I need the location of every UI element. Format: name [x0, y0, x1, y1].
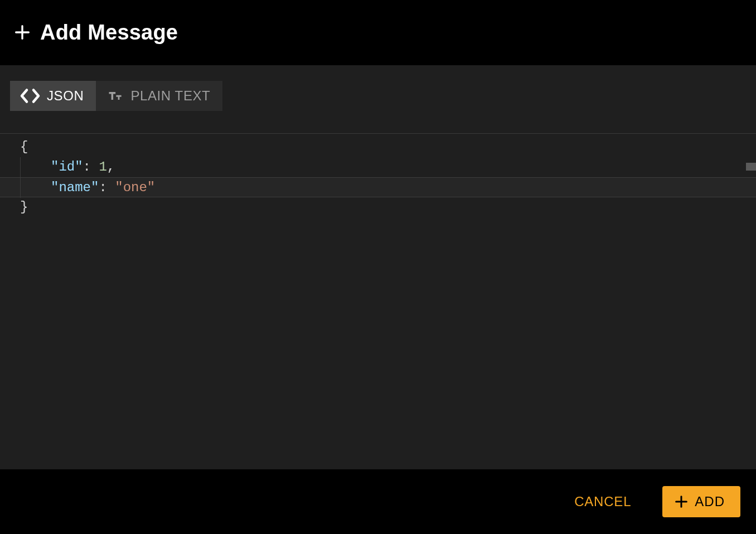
text-fields-icon — [106, 88, 124, 104]
json-val-name: "one" — [115, 180, 155, 195]
json-content[interactable]: {"id": 1,"name": "one"} — [0, 134, 756, 469]
tab-plain-text[interactable]: PLAIN TEXT — [96, 81, 222, 111]
tab-json-label: JSON — [47, 88, 84, 104]
json-key-id: "id" — [51, 159, 83, 174]
cancel-button[interactable]: CANCEL — [574, 494, 631, 509]
brace-close: } — [20, 200, 28, 215]
add-button[interactable]: ADD — [662, 486, 740, 517]
code-icon — [20, 88, 40, 104]
dialog-title: Add Message — [40, 21, 178, 45]
tab-plain-label: PLAIN TEXT — [130, 88, 210, 104]
dialog-footer: CANCEL ADD — [0, 469, 756, 534]
plus-icon — [12, 22, 32, 42]
json-key-name: "name" — [51, 180, 99, 195]
code-editor[interactable]: {"id": 1,"name": "one"} — [0, 133, 756, 469]
panel-body: JSON PLAIN TEXT {"id": 1,"name": "one"} — [0, 65, 756, 469]
add-button-label: ADD — [695, 494, 725, 509]
format-tabs: JSON PLAIN TEXT — [0, 65, 756, 111]
tab-json[interactable]: JSON — [10, 81, 96, 111]
dialog-header: Add Message — [0, 0, 756, 65]
brace-open: { — [20, 139, 28, 154]
plus-icon — [673, 494, 689, 509]
json-val-id: 1 — [99, 159, 106, 174]
